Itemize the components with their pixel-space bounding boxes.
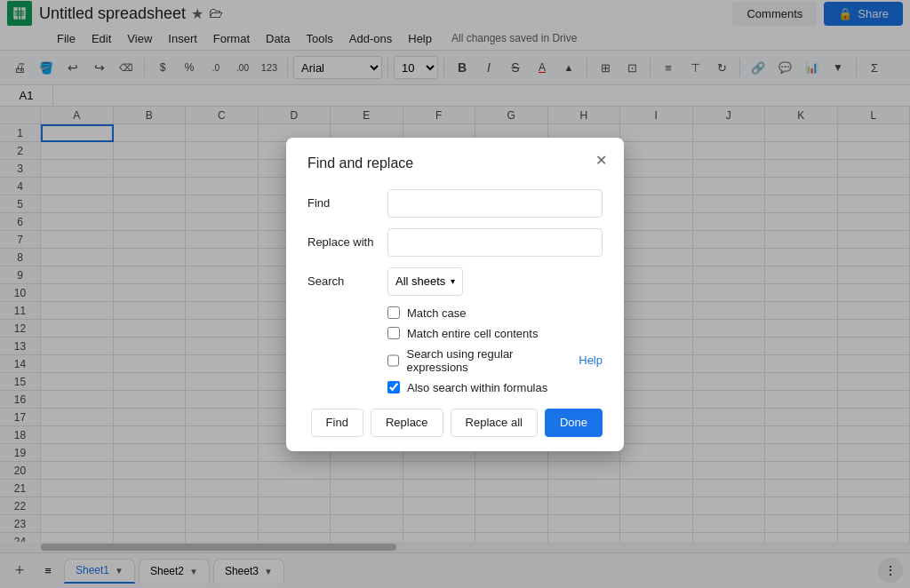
match-case-label: Match case bbox=[407, 306, 466, 320]
find-replace-dialog: Find and replace ✕ Find Replace with Sea… bbox=[286, 138, 624, 451]
search-formulas-label: Also search within formulas bbox=[407, 381, 547, 394]
match-entire-checkbox[interactable] bbox=[387, 327, 400, 339]
search-formulas-checkbox[interactable] bbox=[387, 381, 400, 393]
find-input[interactable] bbox=[387, 189, 603, 218]
find-row: Find bbox=[307, 189, 603, 218]
match-entire-label: Match entire cell contents bbox=[407, 327, 538, 340]
search-dropdown[interactable]: All sheets ▾ bbox=[387, 267, 463, 296]
regex-help-link[interactable]: Help bbox=[579, 354, 603, 367]
replace-button[interactable]: Replace bbox=[371, 409, 443, 437]
match-entire-row: Match entire cell contents bbox=[387, 327, 603, 340]
replace-input[interactable] bbox=[387, 228, 603, 257]
search-formulas-row: Also search within formulas bbox=[387, 381, 603, 394]
replace-row: Replace with bbox=[307, 228, 603, 257]
search-option-label: All sheets bbox=[395, 274, 445, 288]
done-button[interactable]: Done bbox=[545, 409, 603, 437]
match-case-checkbox[interactable] bbox=[387, 306, 400, 319]
search-regex-checkbox[interactable] bbox=[387, 354, 399, 367]
search-row: Search All sheets ▾ bbox=[307, 267, 603, 296]
modal-overlay: Find and replace ✕ Find Replace with Sea… bbox=[0, 0, 910, 588]
find-button[interactable]: Find bbox=[311, 409, 363, 437]
match-case-row: Match case bbox=[387, 306, 603, 320]
replace-label: Replace with bbox=[307, 235, 387, 249]
dialog-title: Find and replace bbox=[307, 155, 603, 171]
chevron-down-icon: ▾ bbox=[451, 276, 455, 286]
dialog-close-button[interactable]: ✕ bbox=[588, 148, 613, 173]
search-regex-label: Search using regular expressions bbox=[406, 347, 571, 374]
search-label: Search bbox=[307, 274, 387, 288]
search-regex-row: Search using regular expressions Help bbox=[387, 347, 603, 374]
find-label: Find bbox=[307, 196, 387, 210]
dialog-buttons: Find Replace Replace all Done bbox=[307, 409, 603, 437]
replace-all-button[interactable]: Replace all bbox=[451, 409, 538, 437]
